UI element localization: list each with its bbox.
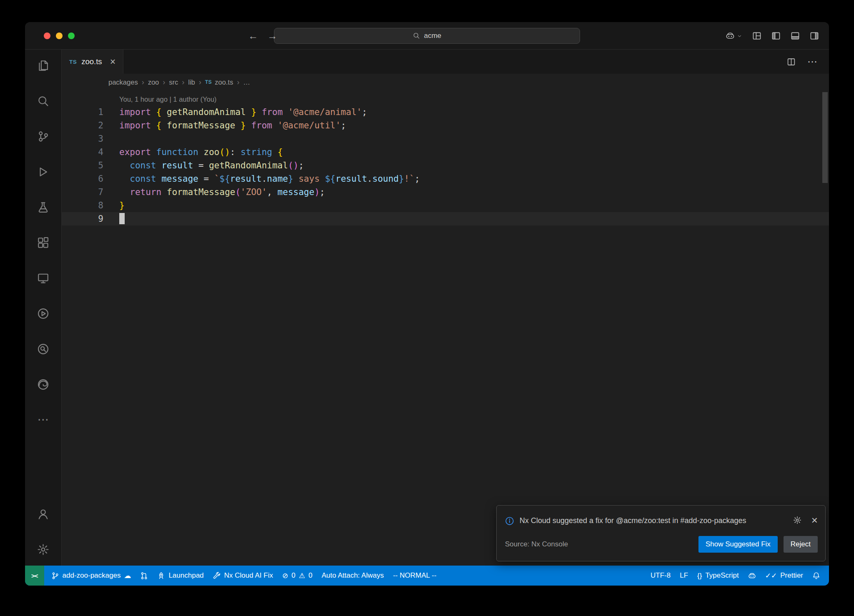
activity-explorer-button[interactable]: [30, 53, 56, 78]
code-line[interactable]: 8}: [62, 199, 829, 212]
code-line[interactable]: 3: [62, 132, 829, 145]
search-icon: [413, 32, 420, 39]
close-window-button[interactable]: [44, 33, 50, 39]
status-auto-attach[interactable]: Auto Attach: Always: [317, 566, 388, 586]
line-number: 1: [62, 105, 119, 119]
code-line[interactable]: 9: [62, 212, 829, 225]
code-line[interactable]: 6 const message = `${result.name} says $…: [62, 172, 829, 185]
status-copilot[interactable]: [743, 566, 761, 586]
notification-footer: Source: Nx Console Show Suggested Fix Re…: [497, 530, 825, 561]
status-problems[interactable]: ⊘0⚠0: [278, 566, 317, 586]
reject-button[interactable]: Reject: [784, 536, 818, 553]
code-text: }: [119, 199, 125, 212]
status-remote-indicator[interactable]: ><: [25, 566, 44, 586]
breadcrumb-item[interactable]: packages: [108, 78, 138, 86]
code-text: import { formatMessage } from '@acme/uti…: [119, 119, 346, 132]
status-vim-mode[interactable]: -- NORMAL --: [388, 566, 441, 586]
zoom-window-button[interactable]: [68, 33, 75, 39]
gear-icon[interactable]: [793, 516, 801, 524]
git-branch-icon: [51, 572, 59, 580]
toggle-panel-icon[interactable]: [791, 31, 800, 40]
show-suggested-fix-button[interactable]: Show Suggested Fix: [698, 536, 778, 553]
toggle-secondary-sidebar-icon[interactable]: [810, 31, 819, 40]
warning-icon: ⚠: [299, 572, 305, 579]
account-icon: [37, 508, 49, 520]
activity-source-control-button[interactable]: [30, 123, 56, 149]
command-center-search[interactable]: acme: [274, 28, 580, 44]
code-line[interactable]: 5 const result = getRandomAnimal();: [62, 159, 829, 172]
split-editor-icon[interactable]: [787, 58, 796, 66]
typescript-file-icon: TS: [69, 59, 77, 65]
breadcrumb: packages›zoo›src›lib›TSzoo.ts›…: [62, 74, 829, 90]
activity-edge-tools-button[interactable]: [30, 371, 56, 397]
notification-toast: Nx Cloud suggested a fix for @acme/zoo:t…: [496, 505, 826, 561]
close-icon[interactable]: ×: [110, 57, 116, 67]
activity-settings-button[interactable]: [30, 536, 56, 562]
line-number: 3: [62, 132, 119, 145]
status-label: add-zoo-packages: [63, 571, 121, 580]
code-line[interactable]: 4export function zoo(): string {: [62, 145, 829, 159]
status-nx-cloud-ai-fix[interactable]: Nx Cloud AI Fix: [208, 566, 278, 586]
activity-more-views-button[interactable]: ⋯: [30, 407, 56, 433]
activity-testing-button[interactable]: [30, 194, 56, 220]
extensions-icon: [37, 237, 49, 249]
customize-layout-icon[interactable]: [752, 31, 761, 40]
forward-icon[interactable]: →: [267, 30, 277, 42]
tab-label: zoo.ts: [81, 57, 102, 66]
close-icon[interactable]: ×: [811, 515, 818, 526]
bell-icon: [812, 572, 820, 580]
breadcrumb-item[interactable]: zoo: [148, 78, 159, 86]
editor-group: TS zoo.ts × ⋯ packages›zoo›src›lib›TSzoo…: [62, 50, 829, 566]
status-label: Auto Attach: Always: [322, 571, 384, 580]
vscode-window: ← → acme ⋯: [25, 22, 829, 586]
minimize-window-button[interactable]: [56, 33, 63, 39]
breadcrumb-item[interactable]: lib: [188, 78, 195, 86]
code-text: const message = `${result.name} says ${r…: [119, 172, 420, 185]
notification-message: Nx Cloud suggested a fix for @acme/zoo:t…: [520, 515, 746, 527]
status-launchpad[interactable]: Launchpad: [153, 566, 208, 586]
activity-search-button[interactable]: [30, 88, 56, 114]
status-prettier[interactable]: ✓✓Prettier: [761, 566, 808, 586]
status-eol[interactable]: LF: [675, 566, 693, 586]
code-line[interactable]: 7 return formatMessage('ZOO', message);: [62, 185, 829, 199]
status-language[interactable]: {}TypeScript: [693, 566, 743, 586]
activity-bar: ⋯: [25, 50, 62, 566]
activity-code-search-button[interactable]: [30, 336, 56, 362]
activity-accounts-button[interactable]: [30, 501, 56, 527]
breadcrumb-file[interactable]: TSzoo.ts: [205, 78, 233, 86]
back-icon[interactable]: ←: [248, 30, 258, 42]
status-encoding[interactable]: UTF-8: [646, 566, 675, 586]
chevron-right-icon: ›: [199, 78, 201, 87]
editor-scrollbar[interactable]: [822, 92, 828, 183]
remote-icon: ><: [31, 573, 38, 579]
activity-nx-console-button[interactable]: [30, 300, 56, 326]
cloud-icon: ☁: [124, 572, 131, 579]
double-check-icon: ✓✓: [765, 572, 777, 579]
rocket-icon: [157, 572, 165, 580]
search-circle-icon: [37, 343, 49, 355]
codelens-blame[interactable]: You, 1 hour ago | 1 author (You): [119, 93, 829, 105]
activity-extensions-button[interactable]: [30, 230, 56, 255]
status-notifications-bell[interactable]: [808, 566, 825, 586]
code-line[interactable]: 1import { getRandomAnimal } from '@acme/…: [62, 105, 829, 119]
status-pull-request[interactable]: [136, 566, 153, 586]
run-debug-icon: [37, 166, 49, 178]
activity-remote-explorer-button[interactable]: [30, 265, 56, 291]
status-label: 0: [291, 571, 295, 580]
code-line[interactable]: 2import { formatMessage } from '@acme/ut…: [62, 119, 829, 132]
copilot-menu[interactable]: [726, 31, 742, 40]
breadcrumb-overflow[interactable]: …: [243, 78, 250, 86]
notification-actions: ×: [793, 515, 818, 526]
status-git-branch[interactable]: add-zoo-packages☁: [47, 566, 136, 586]
history-navigation: ← →: [248, 22, 277, 50]
status-label: Launchpad: [168, 571, 203, 580]
tab-zoo-ts[interactable]: TS zoo.ts ×: [62, 50, 123, 74]
toggle-primary-sidebar-icon[interactable]: [771, 31, 781, 40]
activity-run-debug-button[interactable]: [30, 159, 56, 185]
editor-actions: ⋯: [787, 50, 829, 74]
breadcrumb-item[interactable]: src: [169, 78, 178, 86]
more-actions-icon[interactable]: ⋯: [807, 57, 817, 67]
gear-icon: [37, 543, 49, 556]
status-label: -- NORMAL --: [393, 571, 436, 580]
code-editor[interactable]: You, 1 hour ago | 1 author (You) 1import…: [62, 90, 829, 566]
